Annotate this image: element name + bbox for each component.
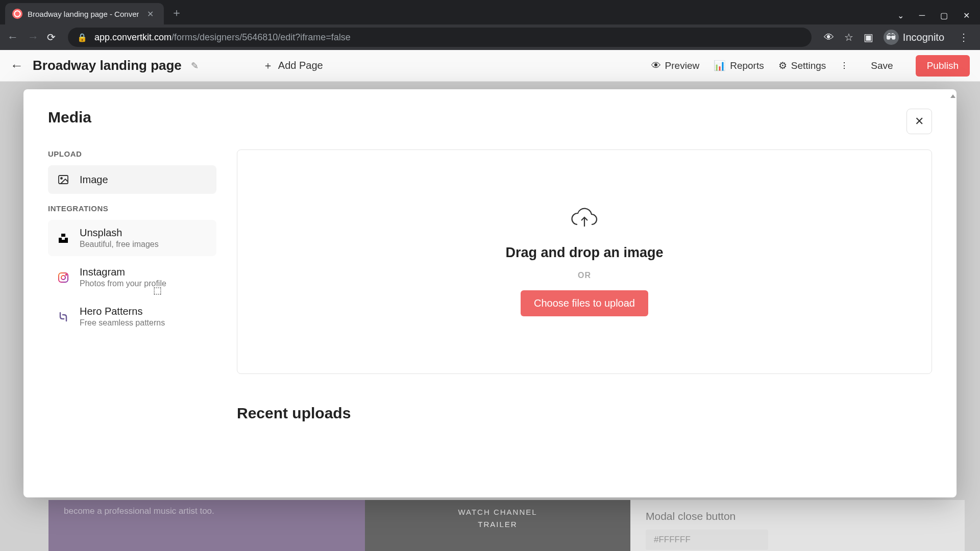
svg-point-1 — [61, 178, 62, 179]
tab-close-icon[interactable]: ✕ — [144, 8, 157, 20]
choose-files-button[interactable]: Choose files to upload — [521, 290, 648, 316]
upload-section-label: UPLOAD — [48, 149, 216, 158]
more-menu-icon[interactable]: ⋮ — [840, 61, 848, 70]
integrations-section-label: INTEGRATIONS — [48, 204, 216, 213]
url-text: app.convertkit.com/forms/designers/56468… — [94, 32, 351, 43]
svg-point-3 — [61, 276, 65, 280]
media-main-area: Drag and drop an image OR Choose files t… — [237, 149, 932, 497]
sidebar-item-label: Instagram — [80, 266, 166, 278]
close-icon: ✕ — [915, 115, 924, 128]
publish-button[interactable]: Publish — [916, 55, 970, 77]
tabs-dropdown-icon[interactable]: ⌄ — [897, 11, 904, 20]
save-button[interactable]: Save — [863, 56, 901, 76]
back-button[interactable]: ← — [7, 31, 18, 44]
lock-icon: 🔒 — [77, 33, 87, 42]
browser-menu-icon[interactable]: ⋮ — [954, 31, 973, 43]
url-bar[interactable]: 🔒 app.convertkit.com/forms/designers/564… — [68, 28, 812, 47]
sidebar-item-label: Image — [80, 174, 108, 186]
dropzone-or: OR — [578, 271, 591, 280]
svg-rect-0 — [59, 176, 68, 184]
modal-close-setting-label: Modal close button — [646, 510, 949, 522]
app-header: ← Broadway landing page ✎ ＋ Add Page 👁 P… — [0, 50, 980, 82]
page-title: Broadway landing page — [33, 58, 182, 73]
sidebar-item-instagram[interactable]: Instagram Photos from your profile — [48, 259, 216, 295]
sidebar-item-label: Unsplash — [80, 227, 159, 239]
add-page-label: Add Page — [278, 60, 323, 71]
cloud-upload-icon — [570, 207, 599, 235]
svg-point-4 — [66, 274, 67, 275]
media-modal: Media ✕ UPLOAD Image INTEGRATIONS — [23, 89, 957, 497]
modal-title: Media — [48, 109, 91, 126]
tab-title: Broadway landing page - Conver — [28, 10, 139, 18]
incognito-badge: 🕶 Incognito — [884, 30, 944, 45]
gear-icon: ⚙ — [778, 60, 787, 71]
bg-trailer-black: WATCH CHANNEL TRAILER — [365, 500, 630, 551]
browser-address-bar: ← → ⟳ 🔒 app.convertkit.com/forms/designe… — [0, 24, 980, 50]
reports-button[interactable]: 📊 Reports — [714, 60, 764, 71]
sidebar-item-desc: Beautiful, free images — [80, 240, 159, 249]
plus-icon: ＋ — [263, 59, 273, 72]
hero-patterns-icon — [56, 310, 70, 324]
image-dropzone[interactable]: Drag and drop an image OR Choose files t… — [237, 149, 932, 374]
incognito-icon: 🕶 — [884, 30, 899, 45]
edit-title-icon[interactable]: ✎ — [191, 60, 199, 71]
bg-settings-panel: Modal close button #FFFFFF — [630, 500, 965, 551]
minimize-icon[interactable]: ─ — [919, 11, 925, 20]
tab-favicon — [12, 9, 22, 19]
close-window-icon[interactable]: ✕ — [963, 11, 970, 20]
new-tab-button[interactable]: ＋ — [171, 5, 182, 20]
panel-icon[interactable]: ▣ — [864, 31, 873, 43]
eye-off-icon[interactable]: 👁 — [824, 32, 834, 43]
color-value-input[interactable]: #FFFFFF — [646, 530, 768, 550]
instagram-icon — [56, 270, 70, 285]
eye-icon: 👁 — [651, 60, 661, 71]
image-icon — [56, 172, 70, 187]
back-arrow-icon[interactable]: ← — [10, 58, 23, 73]
add-page-button[interactable]: ＋ Add Page — [254, 55, 332, 77]
window-controls: ⌄ ─ ▢ ✕ — [897, 11, 980, 24]
bg-hero-purple: become a professional music artist too. — [48, 500, 365, 551]
settings-button[interactable]: ⚙ Settings — [778, 60, 826, 71]
preview-button[interactable]: 👁 Preview — [651, 60, 700, 71]
sidebar-item-desc: Photos from your profile — [80, 279, 166, 288]
sidebar-item-label: Hero Patterns — [80, 306, 165, 317]
modal-close-button[interactable]: ✕ — [906, 109, 932, 134]
sidebar-item-desc: Free seamless patterns — [80, 318, 165, 328]
maximize-icon[interactable]: ▢ — [940, 11, 948, 20]
browser-tab[interactable]: Broadway landing page - Conver ✕ — [5, 3, 164, 24]
forward-button[interactable]: → — [28, 31, 39, 44]
reports-icon: 📊 — [714, 60, 726, 71]
browser-tab-bar: Broadway landing page - Conver ✕ ＋ ⌄ ─ ▢… — [0, 0, 980, 24]
dropzone-text: Drag and drop an image — [505, 245, 663, 261]
sidebar-item-unsplash[interactable]: Unsplash Beautiful, free images — [48, 220, 216, 256]
media-sidebar: UPLOAD Image INTEGRATIONS — [48, 149, 216, 497]
sidebar-item-hero-patterns[interactable]: Hero Patterns Free seamless patterns — [48, 298, 216, 335]
reload-button[interactable]: ⟳ — [47, 31, 56, 43]
sidebar-item-image[interactable]: Image — [48, 165, 216, 194]
bookmark-star-icon[interactable]: ☆ — [844, 31, 853, 43]
modal-scroll-arrow[interactable] — [950, 94, 955, 104]
incognito-label: Incognito — [903, 32, 944, 43]
recent-uploads-heading: Recent uploads — [237, 405, 932, 422]
unsplash-icon — [56, 231, 70, 245]
